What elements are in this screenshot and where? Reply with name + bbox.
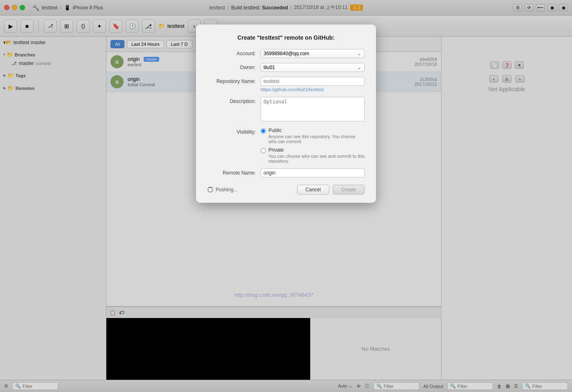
modal-overlay: Create "testtest" remote on GitHub: Acco…: [0, 0, 572, 392]
pushing-label: Pushing...: [216, 187, 237, 193]
private-desc: You can choose who can see and commit to…: [268, 154, 365, 164]
remote-name-control: [261, 168, 365, 177]
description-row: Description:: [207, 97, 365, 123]
owner-row: Owner: lilu01: [207, 63, 365, 72]
pushing-indicator: Pushing...: [207, 187, 293, 193]
private-option: Private You can choose who can see and c…: [261, 147, 365, 164]
remote-name-input[interactable]: [261, 168, 365, 177]
account-label: Account:: [207, 49, 261, 56]
repo-name-row: Repository Name: https://github.com/lilu…: [207, 77, 365, 92]
public-desc: Anyone can see this repository. You choo…: [268, 134, 365, 144]
account-select[interactable]: 369989840@qq.com: [261, 49, 365, 58]
public-radio[interactable]: [261, 128, 266, 134]
description-textarea[interactable]: [261, 97, 365, 121]
repo-name-input[interactable]: [261, 77, 365, 86]
public-label: Public: [268, 128, 365, 133]
spinner-icon: [207, 187, 213, 193]
remote-name-row: Remote Name:: [207, 168, 365, 177]
repo-name-control: https://github.com/lilu01/testtest: [261, 77, 365, 92]
repo-name-label: Repository Name:: [207, 77, 261, 84]
remote-name-label: Remote Name:: [207, 168, 261, 176]
create-button[interactable]: Create: [333, 185, 365, 195]
account-select-wrapper: 369989840@qq.com: [261, 49, 365, 58]
private-label: Private: [268, 147, 365, 153]
owner-control: lilu01: [261, 63, 365, 72]
repo-url: https://github.com/lilu01/testtest: [261, 87, 365, 92]
public-option: Public Anyone can see this repository. Y…: [261, 128, 365, 144]
owner-select[interactable]: lilu01: [261, 63, 365, 72]
description-label: Description:: [207, 97, 261, 104]
private-radio[interactable]: [261, 148, 266, 153]
create-remote-modal: Create "testtest" remote on GitHub: Acco…: [196, 25, 376, 203]
owner-select-wrapper: lilu01: [261, 63, 365, 72]
modal-title: Create "testtest" remote on GitHub:: [207, 34, 365, 41]
description-control: [261, 97, 365, 123]
owner-label: Owner:: [207, 63, 261, 70]
account-row: Account: 369989840@qq.com: [207, 49, 365, 58]
visibility-control: Public Anyone can see this repository. Y…: [261, 128, 365, 164]
account-control: 369989840@qq.com: [261, 49, 365, 58]
visibility-row: Visibility: Public Anyone can see this r…: [207, 128, 365, 164]
modal-buttons: Cancel Create: [297, 185, 365, 195]
cancel-button[interactable]: Cancel: [297, 185, 329, 195]
modal-footer: Pushing... Cancel Create: [207, 185, 365, 195]
visibility-label: Visibility:: [207, 128, 261, 135]
